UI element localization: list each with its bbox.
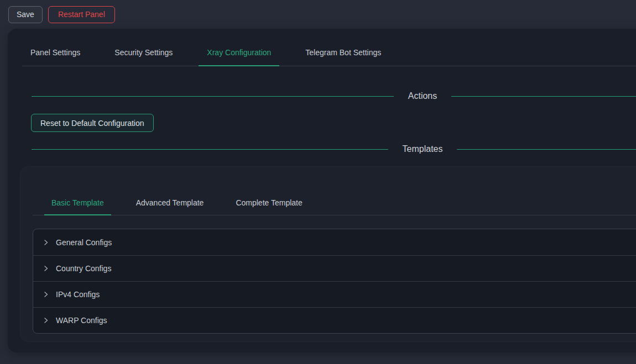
- tab-advanced-template[interactable]: Advanced Template: [129, 193, 211, 215]
- collapse-header-country-configs[interactable]: Country Configs: [33, 255, 636, 281]
- chevron-right-icon: [43, 291, 49, 298]
- chevron-right-icon: [43, 317, 49, 324]
- templates-divider: Templates: [32, 143, 636, 155]
- templates-card: Basic Template Advanced Template Complet…: [20, 166, 636, 342]
- collapse-header-label: Country Configs: [56, 264, 111, 273]
- restart-panel-button[interactable]: Restart Panel: [48, 6, 115, 23]
- collapse-header-ipv4-configs[interactable]: IPv4 Configs: [33, 281, 636, 307]
- tab-xray-configuration[interactable]: Xray Configuration: [199, 45, 279, 66]
- chevron-right-icon: [43, 265, 49, 272]
- template-tab-bar: Basic Template Advanced Template Complet…: [33, 193, 636, 215]
- templates-divider-title: Templates: [388, 143, 457, 155]
- tab-basic-template[interactable]: Basic Template: [44, 193, 111, 215]
- collapse-header-general-configs[interactable]: General Configs: [33, 229, 636, 255]
- divider-line: [32, 149, 388, 150]
- tab-telegram-bot-settings[interactable]: Telegram Bot Settings: [297, 45, 389, 66]
- divider-line: [451, 96, 636, 97]
- actions-divider-title: Actions: [394, 90, 451, 102]
- template-config-collapse: General Configs Country Configs IPv4 Con…: [33, 229, 636, 334]
- settings-tab-bar: Panel Settings Security Settings Xray Co…: [22, 45, 636, 66]
- top-action-bar: Save Restart Panel: [0, 0, 636, 29]
- divider-line: [457, 149, 636, 150]
- collapse-header-label: WARP Configs: [56, 316, 107, 325]
- save-button[interactable]: Save: [8, 6, 43, 23]
- tab-complete-template[interactable]: Complete Template: [228, 193, 309, 215]
- tab-panel-settings[interactable]: Panel Settings: [22, 45, 88, 66]
- collapse-header-label: General Configs: [56, 238, 112, 247]
- collapse-header-warp-configs[interactable]: WARP Configs: [33, 307, 636, 333]
- reset-to-default-button[interactable]: Reset to Default Configuration: [31, 114, 154, 132]
- tab-security-settings[interactable]: Security Settings: [106, 45, 181, 66]
- divider-line: [32, 96, 394, 97]
- chevron-right-icon: [43, 239, 49, 246]
- actions-divider: Actions: [32, 90, 636, 102]
- collapse-header-label: IPv4 Configs: [56, 290, 100, 299]
- settings-card: Panel Settings Security Settings Xray Co…: [8, 29, 636, 352]
